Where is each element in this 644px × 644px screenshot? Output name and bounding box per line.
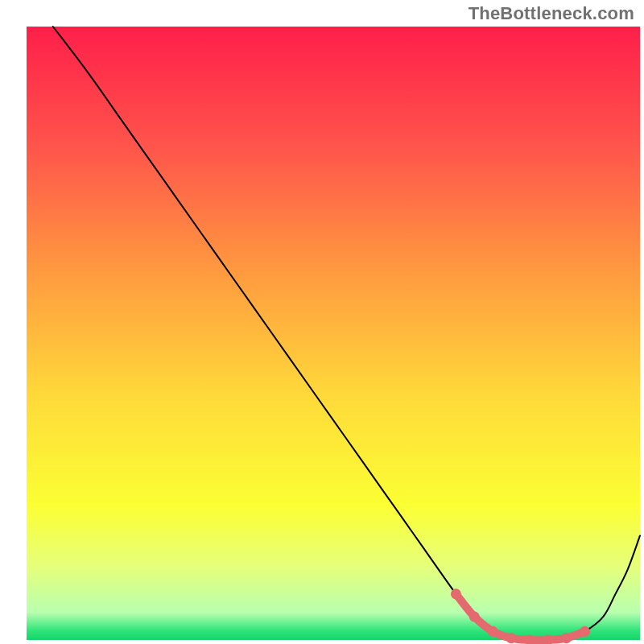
optimal-range-marker — [580, 626, 590, 637]
optimal-range-marker — [561, 633, 572, 643]
bottleneck-chart — [0, 0, 644, 644]
optimal-range-marker — [488, 626, 498, 637]
optimal-range-marker — [506, 633, 516, 643]
gradient-background — [27, 27, 640, 640]
optimal-range-marker — [451, 588, 461, 599]
optimal-range-marker — [469, 612, 480, 622]
chart-stage: TheBottleneck.com — [0, 0, 644, 644]
